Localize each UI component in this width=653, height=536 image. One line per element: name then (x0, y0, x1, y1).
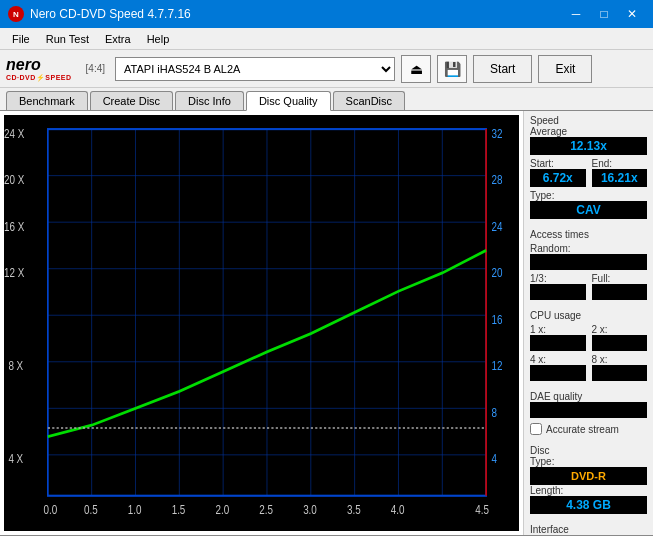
svg-text:0.0: 0.0 (43, 503, 57, 516)
menu-help[interactable]: Help (139, 31, 178, 47)
svg-text:24 X: 24 X (4, 126, 25, 139)
speed-type-label: Type: (530, 190, 647, 201)
access-1-3-full-row: 1/3: Full: (530, 273, 647, 300)
svg-text:3.5: 3.5 (347, 503, 361, 516)
svg-text:8 X: 8 X (8, 359, 23, 372)
minimize-button[interactable]: ─ (563, 4, 589, 24)
tab-disc-quality[interactable]: Disc Quality (246, 91, 331, 111)
svg-text:8: 8 (492, 406, 497, 419)
speed-average-label: Average (530, 126, 647, 137)
svg-rect-0 (4, 115, 519, 531)
access-full-value (592, 284, 648, 300)
access-times-section: Access times (530, 229, 647, 240)
title-bar-left: N Nero CD-DVD Speed 4.7.7.16 (8, 6, 191, 22)
disc-type-value: DVD-R (530, 467, 647, 485)
app-icon: N (8, 6, 24, 22)
svg-text:1.0: 1.0 (128, 503, 142, 516)
svg-text:16: 16 (492, 313, 503, 326)
speed-start-section: Start: 6.72x (530, 158, 586, 187)
speed-start-label: Start: (530, 158, 586, 169)
tabs: Benchmark Create Disc Disc Info Disc Qua… (0, 88, 653, 111)
access-random-value (530, 254, 647, 270)
speed-average-value: 12.13x (530, 137, 647, 155)
svg-text:4: 4 (492, 452, 497, 465)
speed-type-section: Type: CAV (530, 190, 647, 219)
cpu-4x-value (530, 365, 586, 381)
access-onethird-section: 1/3: (530, 273, 586, 300)
cpu-8x-label: 8 x: (592, 354, 648, 365)
title-bar-controls: ─ □ ✕ (563, 4, 645, 24)
access-random-label: Random: (530, 243, 647, 254)
device-bracket: [4:4] (86, 63, 105, 74)
cpu-2x-label: 2 x: (592, 324, 648, 335)
svg-text:1.5: 1.5 (172, 503, 186, 516)
menu-extra[interactable]: Extra (97, 31, 139, 47)
accurate-stream-checkbox[interactable] (530, 423, 542, 435)
device-select[interactable]: ATAPI iHAS524 B AL2A (115, 57, 395, 81)
tab-disc-info[interactable]: Disc Info (175, 91, 244, 110)
disc-title: Disc (530, 445, 647, 456)
chart-area: 24 X 20 X 16 X 12 X 8 X 4 X 32 28 24 20 … (4, 115, 519, 531)
dae-quality-title: DAE quality (530, 391, 647, 402)
exit-button[interactable]: Exit (538, 55, 592, 83)
svg-text:12: 12 (492, 359, 503, 372)
speed-end-label: End: (592, 158, 648, 169)
disc-type-label: Type: (530, 456, 647, 467)
close-button[interactable]: ✕ (619, 4, 645, 24)
start-button[interactable]: Start (473, 55, 532, 83)
svg-text:0.5: 0.5 (84, 503, 98, 516)
access-times-title: Access times (530, 229, 647, 240)
access-onethird-label: 1/3: (530, 273, 586, 284)
cpu-row-2: 4 x: 8 x: (530, 354, 647, 381)
nero-logo: nero CD·DVD⚡SPEED (6, 56, 72, 82)
interface-title: Interface (530, 524, 647, 535)
right-panel: Speed Average 12.13x Start: 6.72x End: 1… (523, 111, 653, 535)
tab-create-disc[interactable]: Create Disc (90, 91, 173, 110)
dae-quality-value (530, 402, 647, 418)
maximize-button[interactable]: □ (591, 4, 617, 24)
speed-section: Speed Average 12.13x (530, 115, 647, 155)
svg-text:28: 28 (492, 173, 503, 186)
cpu-4x-label: 4 x: (530, 354, 586, 365)
svg-text:20: 20 (492, 266, 503, 279)
svg-text:24: 24 (492, 219, 503, 232)
speed-start-end-row: Start: 6.72x End: 16.21x (530, 158, 647, 187)
svg-text:2.5: 2.5 (259, 503, 273, 516)
svg-text:3.0: 3.0 (303, 503, 317, 516)
cpu-usage-title: CPU usage (530, 310, 647, 321)
save-button[interactable]: 💾 (437, 55, 467, 83)
cpu-1x-label: 1 x: (530, 324, 586, 335)
accurate-stream-row: Accurate stream (530, 423, 647, 435)
cpu-2x-value (592, 335, 648, 351)
access-full-label: Full: (592, 273, 648, 284)
speed-start-value: 6.72x (530, 169, 586, 187)
svg-text:16 X: 16 X (4, 219, 25, 232)
disc-length-value: 4.38 GB (530, 496, 647, 514)
svg-text:12 X: 12 X (4, 266, 25, 279)
svg-text:32: 32 (492, 126, 503, 139)
access-times-row: Random: (530, 243, 647, 270)
speed-end-value: 16.21x (592, 169, 648, 187)
cpu-usage-section: CPU usage (530, 310, 647, 321)
toolbar: nero CD·DVD⚡SPEED [4:4] ATAPI iHAS524 B … (0, 50, 653, 88)
menu-runtest[interactable]: Run Test (38, 31, 97, 47)
access-onethird-value (530, 284, 586, 300)
disc-section: Disc Type: DVD-R Length: 4.38 GB (530, 445, 647, 514)
svg-text:4.0: 4.0 (391, 503, 405, 516)
tab-scandisc[interactable]: ScanDisc (333, 91, 405, 110)
accurate-stream-label: Accurate stream (546, 424, 619, 435)
svg-text:2.0: 2.0 (215, 503, 229, 516)
title-text: Nero CD-DVD Speed 4.7.7.16 (30, 7, 191, 21)
tab-benchmark[interactable]: Benchmark (6, 91, 88, 110)
interface-section: Interface Burst rate: (530, 524, 647, 536)
main-content: 24 X 20 X 16 X 12 X 8 X 4 X 32 28 24 20 … (0, 111, 653, 535)
cpu-row-1: 1 x: 2 x: (530, 324, 647, 351)
speed-end-section: End: 16.21x (592, 158, 648, 187)
eject-button[interactable]: ⏏ (401, 55, 431, 83)
menu-file[interactable]: File (4, 31, 38, 47)
menu-bar: File Run Test Extra Help (0, 28, 653, 50)
cpu-8x-value (592, 365, 648, 381)
svg-text:4 X: 4 X (8, 452, 23, 465)
svg-text:20 X: 20 X (4, 173, 25, 186)
logo-area: nero CD·DVD⚡SPEED (6, 56, 72, 82)
